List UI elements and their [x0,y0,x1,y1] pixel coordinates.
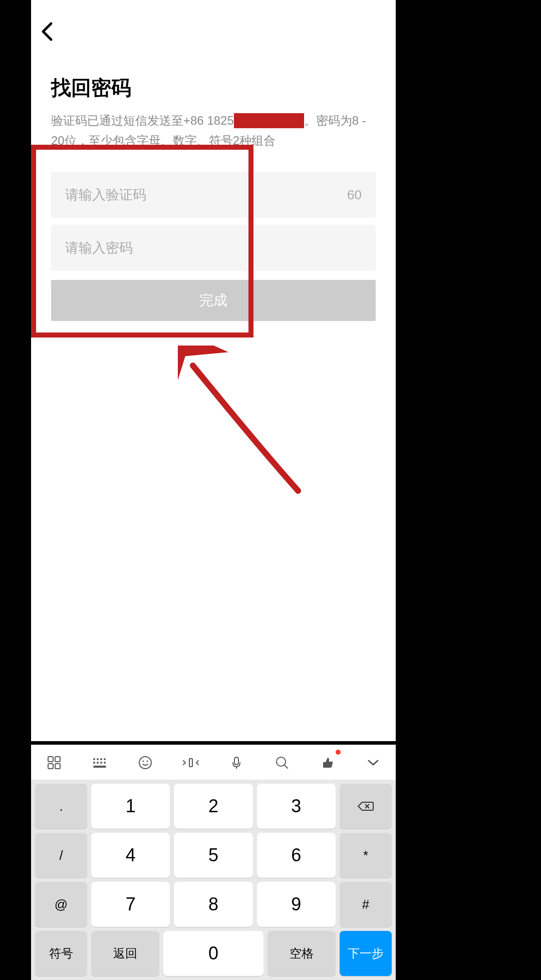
svg-point-10 [100,762,102,764]
keyboard-grid: . 1 2 3 / 4 5 6 * @ 7 8 9 # - [31,780,396,931]
password-input-placeholder: 请输入密码 [65,239,362,257]
key-6[interactable]: 6 [257,833,336,878]
key-4[interactable]: 4 [91,833,170,878]
page-title: 找回密码 [51,74,376,102]
key-at[interactable]: @ [35,882,87,927]
key-hash[interactable]: # [340,882,392,927]
key-space[interactable]: 空格 [267,931,336,976]
svg-point-4 [93,758,95,760]
svg-point-14 [142,760,144,762]
emoji-icon[interactable] [135,753,155,773]
svg-point-13 [139,757,151,769]
key-2[interactable]: 2 [174,784,252,829]
svg-rect-2 [48,764,53,769]
back-button[interactable] [34,19,59,44]
thumbs-up-icon[interactable] [318,753,338,773]
password-input-row[interactable]: 请输入密码 [51,225,376,271]
key-period[interactable]: . [35,784,87,829]
svg-point-6 [100,758,102,760]
header-bar [31,0,396,50]
key-9[interactable]: 9 [257,882,336,927]
subtitle-prefix: 验证码已通过短信发送至+86 1825 [51,114,234,127]
svg-point-15 [146,760,148,762]
svg-point-9 [97,762,99,764]
svg-point-7 [104,758,106,760]
code-input-placeholder: 请输入验证码 [65,186,347,204]
content-area: 找回密码 验证码已通过短信发送至+86 1825。密码为8 - 20位，至少包含… [31,50,396,741]
key-1[interactable]: 1 [91,784,170,829]
key-return[interactable]: 返回 [91,931,159,976]
svg-rect-16 [189,759,192,767]
voice-icon[interactable] [226,753,246,773]
phone-screen: 找回密码 验证码已通过短信发送至+86 1825。密码为8 - 20位，至少包含… [31,0,396,741]
apps-icon[interactable] [44,753,64,773]
svg-point-5 [97,758,99,760]
svg-rect-3 [55,764,60,769]
key-0[interactable]: 0 [163,931,263,976]
keyboard-toolbar [31,745,396,780]
key-slash[interactable]: / [35,833,87,878]
notification-dot [336,750,341,755]
svg-point-8 [93,762,95,764]
back-icon [40,22,53,42]
subtitle-text: 验证码已通过短信发送至+86 1825。密码为8 - 20位，至少包含字母、数字… [51,111,376,151]
key-8[interactable]: 8 [174,882,252,927]
key-3[interactable]: 3 [257,784,336,829]
search-icon[interactable] [272,753,292,773]
code-input-row[interactable]: 请输入验证码 60 [51,172,376,218]
backspace-icon [357,800,374,812]
redacted-phone [234,113,304,128]
svg-line-19 [285,765,288,768]
svg-point-11 [104,762,106,764]
svg-rect-12 [93,766,106,768]
svg-rect-1 [55,757,60,762]
svg-rect-0 [48,757,53,762]
keyboard-switch-icon[interactable] [90,753,110,773]
key-asterisk[interactable]: * [340,833,392,878]
key-backspace[interactable] [340,784,392,829]
key-symbols[interactable]: 符号 [35,931,87,976]
collapse-keyboard-icon[interactable] [363,753,383,773]
key-5[interactable]: 5 [174,833,252,878]
key-7[interactable]: 7 [91,882,170,927]
submit-button[interactable]: 完成 [51,280,376,321]
cursor-move-icon[interactable] [181,753,201,773]
keyboard-bottom-row: 符号 返回 0 空格 下一步 [31,931,396,980]
keyboard: . 1 2 3 / 4 5 6 * @ 7 8 9 # - 符号 返回 0 [31,745,396,980]
countdown-timer: 60 [347,187,362,203]
form-group: 请输入验证码 60 请输入密码 完成 [51,172,376,321]
key-next[interactable]: 下一步 [340,931,392,976]
